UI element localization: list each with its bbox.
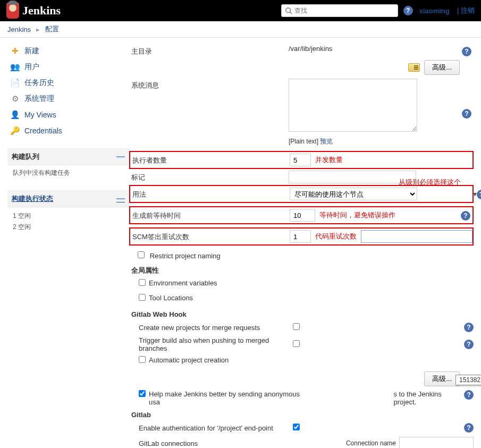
label-env-vars: Environment variables: [149, 279, 217, 287]
label-gitlab-connections: GitLab connections: [139, 439, 293, 447]
checkbox-enable-auth[interactable]: [293, 424, 300, 430]
help-icon[interactable]: ?: [464, 323, 474, 332]
dropdown-icon: ▾: [473, 190, 477, 199]
input-labels[interactable]: [289, 171, 416, 183]
help-icon[interactable]: ?: [462, 109, 471, 119]
label-connection-name: Connection name: [346, 439, 396, 447]
label-enable-auth: Enable authentication for '/project' end…: [139, 424, 293, 432]
help-icon[interactable]: ?: [464, 423, 474, 433]
task-myviews[interactable]: 👤My Views: [7, 107, 129, 123]
help-icon[interactable]: ?: [464, 390, 474, 400]
label-executors: 执行者数量: [130, 154, 290, 165]
task-credentials[interactable]: 🔑Credentials: [7, 123, 129, 139]
label-usage: 用法: [130, 188, 290, 199]
label-auto-create: Automatic project creation: [149, 356, 229, 364]
task-credentials-label: Credentials: [24, 126, 62, 135]
task-users-label: 用户: [24, 62, 39, 72]
svg-point-0: [285, 8, 290, 13]
input-connection-name[interactable]: [399, 437, 474, 448]
build-queue-title: 构建队列: [12, 152, 39, 162]
label-home-dir: 主目录: [129, 45, 289, 56]
task-new[interactable]: ✚新建: [7, 43, 129, 59]
executor-body: 1 空闲 2 空闲: [7, 207, 129, 236]
task-new-label: 新建: [24, 46, 39, 56]
value-home-dir: /var/lib/jenkins: [289, 45, 332, 53]
row-usage: 用法 尽可能的使用这个节点 ▾?: [129, 185, 474, 203]
search-box[interactable]: [281, 4, 398, 17]
main-form: 主目录 /var/lib/jenkins ? 高级... 系统消息 [Plain…: [129, 38, 481, 448]
task-history[interactable]: 📄任务历史: [7, 75, 129, 91]
breadcrumb-root[interactable]: Jenkins: [7, 26, 31, 33]
preview-link[interactable]: 预览: [320, 138, 333, 145]
search-icon: [285, 7, 292, 14]
help-icon[interactable]: ?: [464, 340, 474, 349]
executor-header[interactable]: 构建执行状态 —: [7, 191, 129, 207]
topbar: Jenkins ? xiaoming | 注销: [0, 0, 481, 21]
row-home-dir: 主目录 /var/lib/jenkins ?: [129, 43, 474, 58]
label-quiet-period: 生成前等待时间: [130, 209, 290, 221]
textarea-system-message[interactable]: [289, 79, 417, 132]
select-usage[interactable]: 尽可能的使用这个节点: [290, 188, 417, 200]
advanced-button[interactable]: 高级...: [424, 371, 460, 386]
task-myviews-label: My Views: [24, 111, 56, 119]
search-input[interactable]: [294, 7, 394, 14]
help-icon[interactable]: ?: [477, 190, 482, 199]
sidebar: ✚新建 👥用户 📄任务历史 ⚙系统管理 👤My Views 🔑Credentia…: [0, 38, 129, 448]
collapse-icon[interactable]: —: [116, 152, 125, 162]
plain-text-hint: [Plain text]: [289, 138, 318, 145]
chevron-right-icon: ▸: [36, 26, 40, 33]
logout-link[interactable]: | 注销: [457, 6, 475, 15]
label-create-merge: Create new projects for merge requests: [139, 324, 293, 332]
executor-item: 1 空闲: [13, 210, 124, 222]
build-queue-header: 构建队列 —: [7, 149, 129, 165]
label-labels: 标记: [129, 171, 289, 182]
section-gitlab-hook: Gitlab Web Hook: [129, 307, 474, 320]
annotation-executors: 并发数量: [315, 155, 343, 165]
breadcrumb: Jenkins ▸ 配置: [0, 21, 481, 38]
task-users[interactable]: 👥用户: [7, 59, 129, 75]
brand-logo[interactable]: Jenkins: [6, 3, 61, 19]
input-executors[interactable]: [290, 154, 311, 166]
checkbox-tool-locations[interactable]: [139, 294, 146, 301]
input-scm-retry-spinner[interactable]: [361, 230, 472, 243]
row-gitlab-connections: GitLab connections Connection name: [129, 435, 474, 448]
svg-line-1: [290, 12, 292, 14]
checkbox-restrict-naming[interactable]: [138, 251, 145, 258]
checkbox-auto-create[interactable]: [139, 356, 146, 363]
pencil-icon: [408, 63, 420, 72]
executor-item: 2 空闲: [13, 222, 124, 233]
label-tool-locations: Tool Locations: [149, 294, 193, 302]
build-queue-box: 构建队列 — 队列中没有构建任务: [7, 148, 129, 181]
row-restrict-naming: Restrict project naming: [129, 248, 474, 263]
user-link[interactable]: xiaoming: [419, 7, 450, 15]
checkbox-trigger-merged[interactable]: [293, 340, 300, 347]
help-icon[interactable]: ?: [462, 47, 471, 56]
new-icon: ✚: [10, 46, 20, 56]
gear-icon: ⚙: [10, 94, 20, 104]
task-history-label: 任务历史: [24, 78, 54, 88]
breadcrumb-page: 配置: [45, 24, 59, 34]
executor-box: 构建执行状态 — 1 空闲 2 空闲: [7, 190, 129, 236]
label-restrict-naming: Restrict project naming: [150, 252, 221, 260]
help-icon[interactable]: ?: [461, 211, 470, 221]
row-executors: 执行者数量 并发数量: [129, 151, 474, 169]
task-manage-label: 系统管理: [24, 94, 54, 104]
checkbox-create-merge[interactable]: [293, 323, 300, 330]
row-quiet-period: 生成前等待时间 等待时间，避免错误操作 ?: [129, 206, 474, 224]
input-scm-retry-small[interactable]: [290, 230, 311, 243]
label-scm-retry: SCM签出重试次数: [130, 230, 290, 242]
help-icon[interactable]: ?: [403, 6, 413, 15]
task-manage[interactable]: ⚙系统管理: [7, 91, 129, 107]
row-enable-auth: Enable authentication for '/project' end…: [129, 421, 474, 435]
history-icon: 📄: [10, 78, 20, 88]
annotation-scm-retry: 代码重试次数: [315, 232, 357, 241]
collapse-icon[interactable]: —: [116, 194, 125, 204]
row-system-message: 系统消息 [Plain text] 预览 ?: [129, 77, 474, 148]
checkbox-usage-stats[interactable]: [139, 390, 146, 397]
build-queue-body: 队列中没有构建任务: [7, 165, 129, 181]
checkbox-env-vars[interactable]: [139, 279, 146, 286]
section-global-props: 全局属性: [129, 263, 474, 277]
label-system-message: 系统消息: [129, 79, 289, 90]
input-quiet-period[interactable]: [290, 209, 315, 222]
advanced-button[interactable]: 高级...: [424, 60, 460, 75]
